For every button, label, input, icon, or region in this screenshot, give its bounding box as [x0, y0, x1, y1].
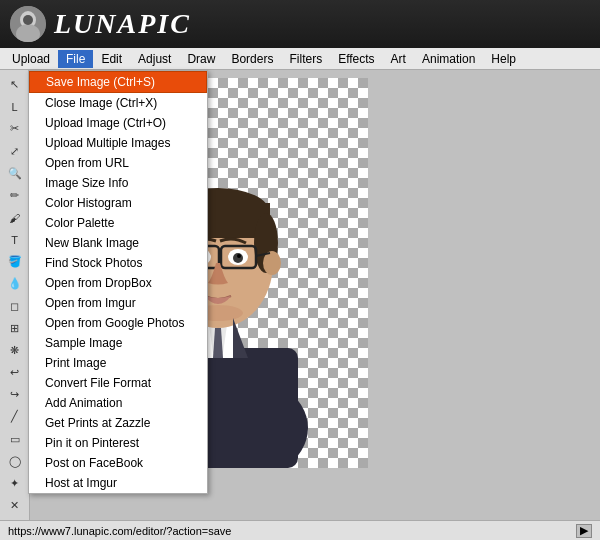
tool-zoom[interactable]: 🔍 [3, 163, 27, 184]
tool-text[interactable]: T [3, 229, 27, 250]
menubar: Upload File Edit Adjust Draw Borders Fil… [0, 48, 600, 70]
tool-blur[interactable]: ❋ [3, 340, 27, 361]
tool-crop[interactable]: ✂ [3, 118, 27, 139]
tool-wand[interactable]: ✦ [3, 473, 27, 494]
menu-facebook[interactable]: Post on FaceBook [29, 453, 207, 473]
statusbar: https://www7.lunapic.com/editor/?action=… [0, 520, 600, 540]
menu-zazzle[interactable]: Get Prints at Zazzle [29, 413, 207, 433]
tool-fill[interactable]: 🪣 [3, 251, 27, 272]
svg-point-26 [237, 254, 241, 258]
menu-color-histogram[interactable]: Color Histogram [29, 193, 207, 213]
menu-open-dropbox[interactable]: Open from DropBox [29, 273, 207, 293]
menu-effects[interactable]: Effects [330, 50, 382, 68]
tool-lasso[interactable]: L [3, 96, 27, 117]
tool-redo[interactable]: ↪ [3, 384, 27, 405]
menu-print-image[interactable]: Print Image [29, 353, 207, 373]
tool-undo[interactable]: ↩ [3, 362, 27, 383]
tool-eraser[interactable]: ◻ [3, 296, 27, 317]
menu-pinterest[interactable]: Pin it on Pinterest [29, 433, 207, 453]
menu-filters[interactable]: Filters [281, 50, 330, 68]
tool-resize[interactable]: ⤢ [3, 140, 27, 161]
tool-pencil[interactable]: ✏ [3, 185, 27, 206]
app-header: LUNAPIC [0, 0, 600, 48]
menu-color-palette[interactable]: Color Palette [29, 213, 207, 233]
logo-icon [10, 6, 46, 42]
menu-borders[interactable]: Borders [223, 50, 281, 68]
menu-edit[interactable]: Edit [93, 50, 130, 68]
menu-save-image[interactable]: Save Image (Ctrl+S) [29, 71, 207, 93]
tool-ellipse[interactable]: ◯ [3, 451, 27, 472]
menu-adjust[interactable]: Adjust [130, 50, 179, 68]
status-url: https://www7.lunapic.com/editor/?action=… [8, 525, 576, 537]
tool-line[interactable]: ╱ [3, 406, 27, 427]
menu-open-imgur[interactable]: Open from Imgur [29, 293, 207, 313]
tool-select[interactable]: ↖ [3, 74, 27, 95]
menu-find-stock[interactable]: Find Stock Photos [29, 253, 207, 273]
menu-close-image[interactable]: Close Image (Ctrl+X) [29, 93, 207, 113]
menu-upload[interactable]: Upload [4, 50, 58, 68]
menu-art[interactable]: Art [383, 50, 414, 68]
tool-brush[interactable]: 🖌 [3, 207, 27, 228]
menu-sample-image[interactable]: Sample Image [29, 333, 207, 353]
menu-add-animation[interactable]: Add Animation [29, 393, 207, 413]
menu-open-google-photos[interactable]: Open from Google Photos [29, 313, 207, 333]
menu-open-url[interactable]: Open from URL [29, 153, 207, 173]
menu-draw[interactable]: Draw [179, 50, 223, 68]
tool-clone[interactable]: ⊞ [3, 318, 27, 339]
menu-upload-image[interactable]: Upload Image (Ctrl+O) [29, 113, 207, 133]
svg-point-3 [23, 15, 33, 25]
tool-rect[interactable]: ▭ [3, 429, 27, 450]
menu-animation[interactable]: Animation [414, 50, 483, 68]
menu-image-size-info[interactable]: Image Size Info [29, 173, 207, 193]
menu-convert-format[interactable]: Convert File Format [29, 373, 207, 393]
menu-imgur-host[interactable]: Host at Imgur [29, 473, 207, 493]
menu-help[interactable]: Help [483, 50, 524, 68]
file-dropdown-menu: Save Image (Ctrl+S) Close Image (Ctrl+X)… [28, 70, 208, 494]
svg-marker-29 [233, 318, 248, 358]
menu-file[interactable]: File [58, 50, 93, 68]
menu-new-blank[interactable]: New Blank Image [29, 233, 207, 253]
menu-upload-multiple[interactable]: Upload Multiple Images [29, 133, 207, 153]
tool-dropper[interactable]: 💧 [3, 273, 27, 294]
logo-text: LUNAPIC [54, 8, 191, 40]
tool-effects[interactable]: ✕ [3, 495, 27, 516]
toolbar: ↖ L ✂ ⤢ 🔍 ✏ 🖌 T 🪣 💧 ◻ ⊞ ❋ ↩ ↪ ╱ ▭ ◯ ✦ ✕ [0, 70, 30, 520]
scroll-right-button[interactable]: ▶ [576, 524, 592, 538]
